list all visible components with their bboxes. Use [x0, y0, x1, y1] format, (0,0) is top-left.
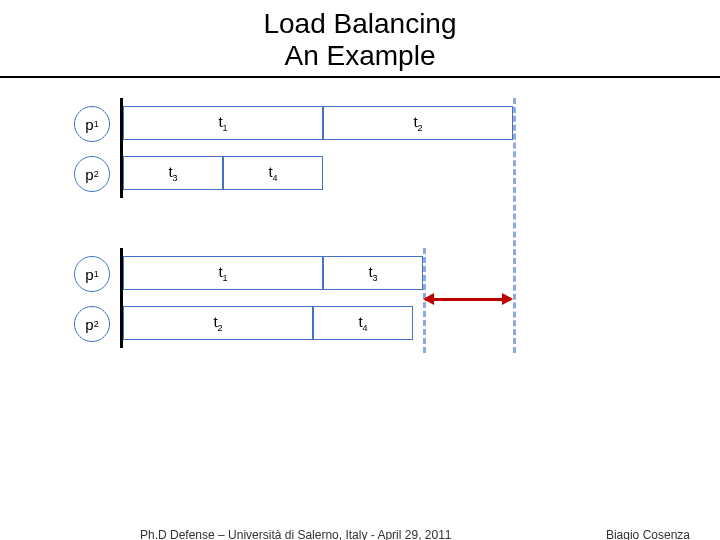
title-line-2: An Example [0, 40, 720, 72]
guide-unbalanced-end [513, 98, 516, 353]
task-t3-upper: t3 [123, 156, 223, 190]
p-sub: 1 [94, 119, 99, 129]
proc-label-p2-upper: p2 [74, 156, 110, 192]
p-sub: 2 [94, 169, 99, 179]
title-underline [0, 76, 720, 78]
task-t1-lower: t1 [123, 256, 323, 290]
task-t1-upper: t1 [123, 106, 323, 140]
task-t4-lower: t4 [313, 306, 413, 340]
p-char: p [85, 166, 93, 183]
footer-left: Ph.D Defense – Università di Salerno, It… [140, 528, 452, 540]
p-char: p [85, 116, 93, 133]
slide-title: Load Balancing An Example [0, 0, 720, 72]
title-line-1: Load Balancing [0, 8, 720, 40]
task-t4-upper: t4 [223, 156, 323, 190]
proc-label-p1-lower: p1 [74, 256, 110, 292]
task-t2-lower: t2 [123, 306, 313, 340]
saved-time-arrow [425, 298, 511, 301]
task-t3-lower: t3 [323, 256, 423, 290]
footer-right: Biagio Cosenza [606, 528, 690, 540]
task-t2-upper: t2 [323, 106, 513, 140]
diagram-area: p1 p2 t1 t2 t3 t4 p1 p2 t1 t3 t2 t4 [60, 98, 720, 478]
proc-label-p1-upper: p1 [74, 106, 110, 142]
proc-label-p2-lower: p2 [74, 306, 110, 342]
